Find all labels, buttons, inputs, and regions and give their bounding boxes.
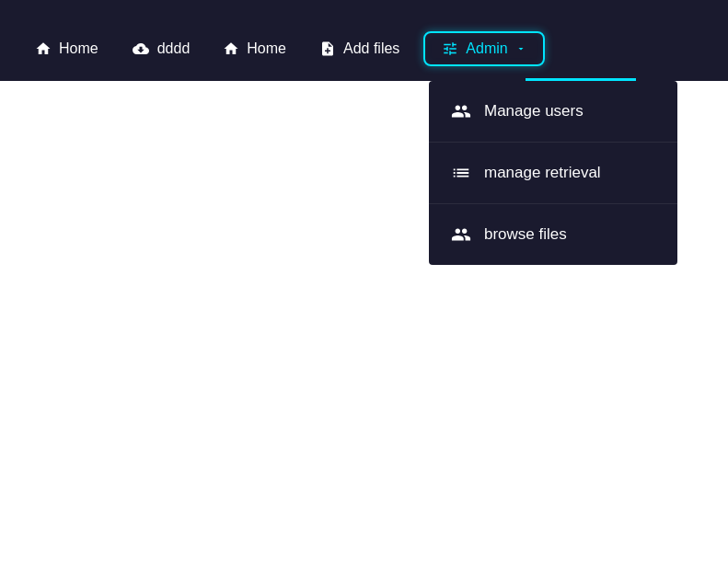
admin-label: Admin: [466, 40, 507, 57]
dropdown-item-manage-users[interactable]: Manage users: [429, 81, 677, 143]
nav-item-home1[interactable]: Home: [18, 33, 115, 64]
nav-label-add-files: Add files: [343, 40, 399, 57]
top-bar: [0, 0, 728, 17]
manage-users-label: Manage users: [484, 102, 584, 120]
home2-icon: [223, 40, 239, 57]
nav-item-dddd[interactable]: dddd: [115, 33, 207, 64]
manage-retrieval-label: manage retrieval: [484, 164, 601, 182]
home-icon: [35, 40, 52, 57]
nav-item-add-files[interactable]: Add files: [303, 33, 416, 64]
file-add-icon: [319, 40, 336, 57]
admin-button[interactable]: Admin: [423, 31, 544, 66]
dropdown-item-browse-files[interactable]: browse files: [429, 204, 677, 265]
nav-label-dddd: dddd: [157, 40, 191, 57]
admin-dropdown-menu: Manage users manage retrieval browse fil…: [429, 81, 677, 265]
nav-item-home2[interactable]: Home: [206, 33, 303, 64]
navbar: Home dddd Home Add files: [0, 17, 728, 81]
dropdown-item-manage-retrieval[interactable]: manage retrieval: [429, 143, 677, 204]
sliders-icon: [442, 40, 458, 57]
manage-users-icon: [451, 101, 471, 121]
list-icon: [451, 163, 471, 183]
cloud-download-icon: [132, 40, 150, 57]
browse-files-icon: [451, 224, 471, 245]
chevron-down-icon: [515, 43, 526, 54]
nav-label-home1: Home: [59, 40, 98, 57]
nav-label-home2: Home: [247, 40, 286, 57]
browse-files-label: browse files: [484, 225, 567, 244]
